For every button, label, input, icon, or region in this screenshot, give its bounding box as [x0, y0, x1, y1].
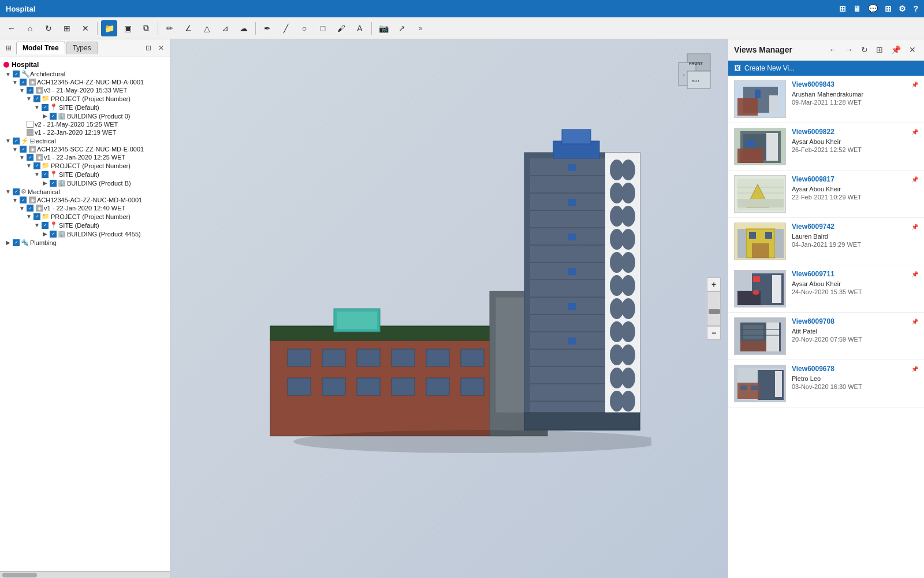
check-site1[interactable]: ✓ [42, 104, 49, 111]
angle-button[interactable]: ∠ [180, 20, 196, 36]
tree-item-mech-file[interactable]: ▼ ✓ ◉ ACH12345-ACI-ZZ-NUC-MD-M-0001 [0, 196, 170, 204]
check-mech-site[interactable]: ✓ [42, 222, 49, 229]
triangle-button[interactable]: △ [199, 20, 215, 36]
settings-icon[interactable]: ⚙ [899, 4, 906, 13]
views-refresh-button[interactable]: ↻ [859, 44, 870, 55]
view-pin-6009822[interactable]: 📌 [911, 129, 918, 135]
zoom-in-button[interactable]: + [707, 277, 721, 291]
check-mech-v1[interactable]: ✓ [27, 205, 33, 212]
views-list[interactable]: View6009843 Arushan Mahendrakumar 09-Mar… [728, 76, 924, 578]
zoom-out-button[interactable]: − [707, 326, 721, 340]
more-button[interactable]: » [412, 20, 429, 36]
check2-elec-v1[interactable]: ◉ [36, 154, 43, 161]
check-mech-building[interactable]: ✓ [50, 231, 57, 238]
view-name-6009843[interactable]: View6009843 [792, 80, 906, 88]
views-back-button[interactable]: ← [826, 44, 839, 55]
cube-button[interactable]: ▣ [120, 20, 136, 36]
tree-item-elec-site[interactable]: ▼ ✓ 📍 SITE (Default) [0, 170, 170, 179]
camera-button[interactable]: 📷 [375, 20, 392, 36]
tree-scrollbar-h[interactable] [0, 571, 170, 578]
view-pin-6009817[interactable]: 📌 [911, 176, 918, 183]
copy-button[interactable]: ⧉ [138, 20, 154, 36]
check-v3[interactable]: ✓ [27, 87, 33, 94]
tree-item-architectural[interactable]: ▼ ✓ 🔧 Architectural [0, 70, 170, 78]
check2-mech-v1[interactable]: ◉ [36, 205, 43, 212]
view-name-6009708[interactable]: View6009708 [792, 317, 906, 325]
check-mechanical[interactable]: ✓ [13, 188, 20, 195]
view-name-6009711[interactable]: View6009711 [792, 270, 906, 278]
view-pin-6009678[interactable]: 📌 [911, 366, 918, 372]
text-button[interactable]: A [352, 20, 368, 36]
view-pin-6009711[interactable]: 📌 [911, 271, 918, 277]
check-elec-v1[interactable]: ✓ [27, 154, 33, 161]
check-elec-building[interactable]: ✓ [50, 180, 57, 187]
move-button[interactable]: ↗ [394, 20, 410, 36]
check2-v3[interactable]: ◉ [36, 87, 43, 94]
check-v1[interactable]: - [27, 129, 33, 136]
check-arch-file[interactable]: ✓ [20, 79, 27, 86]
tree-item-v1[interactable]: - v1 - 22-Jan-2020 12:19 WET [0, 128, 170, 136]
rect-button[interactable]: □ [315, 20, 331, 36]
view-item-6009843[interactable]: View6009843 Arushan Mahendrakumar 09-Mar… [728, 76, 924, 123]
check-building1[interactable]: ✓ [50, 113, 57, 120]
tree-item-elec-project[interactable]: ▼ ✓ 📁 PROJECT (Project Number) [0, 161, 170, 170]
tree-item-v3[interactable]: ▼ ✓ ◉ v3 - 21-May-2020 15:33 WET [0, 86, 170, 94]
back-button[interactable]: ← [3, 20, 20, 36]
create-new-view-bar[interactable]: 🖼 Create New Vi... [728, 61, 924, 76]
viewport-3d[interactable]: FRONT BOT L [170, 39, 728, 578]
check2-mech-file[interactable]: ◉ [29, 197, 36, 203]
network-icon[interactable]: ⊞ [839, 4, 846, 13]
views-pin-button[interactable]: 📌 [889, 44, 903, 55]
open-folder-button[interactable]: 📁 [101, 20, 117, 36]
tree-container[interactable]: Hospital ▼ ✓ 🔧 Architectural ▼ ✓ ◉ ACH12… [0, 57, 170, 571]
cloud-button[interactable]: ☁ [236, 20, 252, 36]
tree-item-elec-v1[interactable]: ▼ ✓ ◉ v1 - 22-Jan-2020 12:25 WET [0, 153, 170, 161]
measure-button[interactable]: ⊿ [217, 20, 233, 36]
tree-item-mech-project[interactable]: ▼ ✓ 📁 PROJECT (Project Number) [0, 212, 170, 221]
zoom-slider[interactable] [707, 291, 721, 326]
view-item-6009708[interactable]: View6009708 Atit Patel 20-Nov-2020 07:59… [728, 313, 924, 360]
circle-button[interactable]: ○ [296, 20, 312, 36]
view-item-6009817[interactable]: View6009817 Aysar Abou Kheir 22-Feb-2021… [728, 171, 924, 218]
panel-detach-button[interactable]: ⊡ [143, 43, 154, 53]
check-elec-project[interactable]: ✓ [33, 162, 40, 169]
tree-item-site1[interactable]: ▼ ✓ 📍 SITE (Default) [0, 103, 170, 112]
hierarchy-button[interactable]: ⊞ [59, 20, 75, 36]
view-pin-6009843[interactable]: 📌 [911, 81, 918, 88]
check-v2[interactable] [27, 121, 33, 128]
check-elec-file[interactable]: ✓ [20, 146, 27, 153]
check-architectural[interactable]: ✓ [13, 71, 20, 77]
refresh-button[interactable]: ↻ [40, 20, 57, 36]
pencil-button[interactable]: ✏ [162, 20, 178, 36]
monitor-icon[interactable]: 🖥 [853, 4, 861, 13]
view-name-6009742[interactable]: View6009742 [792, 223, 906, 231]
view-item-6009678[interactable]: View6009678 Pietro Leo 03-Nov-2020 16:30… [728, 360, 924, 407]
zoom-controls[interactable]: + − [707, 277, 721, 340]
panel-expand-icon[interactable]: ⊞ [3, 43, 14, 53]
grid-icon[interactable]: ⊞ [885, 4, 892, 13]
close-tool-button[interactable]: ✕ [77, 20, 94, 36]
view-name-6009817[interactable]: View6009817 [792, 175, 906, 183]
tree-item-elec-file[interactable]: ▼ ✓ ◉ ACH12345-SCC-ZZ-NUC-MD-E-0001 [0, 145, 170, 153]
tree-item-mech-building[interactable]: ▶ ✓ 🏢 BUILDING (Product 4455) [0, 229, 170, 238]
check2-elec-file[interactable]: ◉ [29, 146, 36, 153]
brush-button[interactable]: 🖌 [333, 20, 349, 36]
views-forward-button[interactable]: → [843, 44, 855, 55]
view-name-6009678[interactable]: View6009678 [792, 365, 906, 373]
panel-close-button[interactable]: ✕ [156, 43, 166, 53]
tab-model-tree[interactable]: Model Tree [16, 42, 65, 54]
pen-button[interactable]: ✒ [259, 20, 275, 36]
tree-item-electrical[interactable]: ▼ ✓ ⚡ Electrical [0, 136, 170, 145]
view-item-6009822[interactable]: View6009822 Aysar Abou Kheir 26-Feb-2021… [728, 123, 924, 171]
tree-item-mechanical[interactable]: ▼ ✓ ⚙ Mechanical [0, 187, 170, 196]
tree-item-building1[interactable]: ▶ ✓ 🏢 BUILDING (Product 0) [0, 112, 170, 120]
check-elec-site[interactable]: ✓ [42, 171, 49, 178]
tree-item-arch-file[interactable]: ▼ ✓ ◉ ACH12345-ACH-ZZ-NUC-MD-A-0001 [0, 78, 170, 86]
views-layout-button[interactable]: ⊞ [874, 44, 885, 55]
check-plumbing[interactable]: ✓ [13, 239, 20, 246]
tree-item-mech-site[interactable]: ▼ ✓ 📍 SITE (Default) [0, 221, 170, 229]
check-electrical[interactable]: ✓ [13, 138, 20, 144]
tree-item-project1[interactable]: ▼ ✓ 📁 PROJECT (Project Number) [0, 94, 170, 103]
view-pin-6009708[interactable]: 📌 [911, 318, 918, 325]
tree-item-elec-building[interactable]: ▶ ✓ 🏢 BUILDING (Product B) [0, 179, 170, 187]
